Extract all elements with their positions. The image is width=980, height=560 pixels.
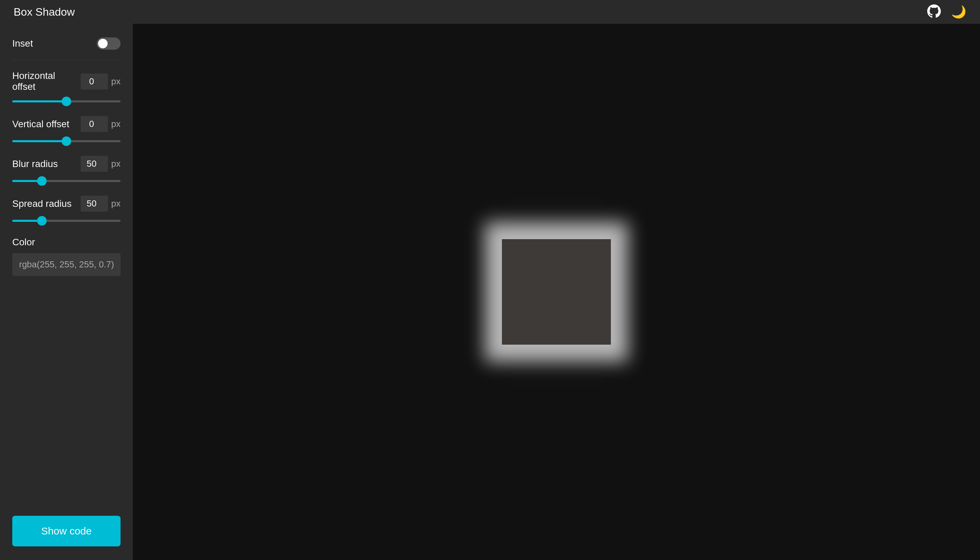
inset-toggle[interactable] xyxy=(97,37,120,50)
blur-radius-input[interactable] xyxy=(81,156,108,172)
header-actions: 🌙 xyxy=(927,4,967,19)
blur-radius-header: Blur radius px xyxy=(12,156,120,172)
blur-radius-group: Blur radius px xyxy=(12,156,120,183)
horizontal-offset-header: Horizontal offset px xyxy=(12,70,120,92)
app-header: Box Shadow 🌙 xyxy=(0,0,980,24)
app-title: Box Shadow xyxy=(13,6,75,18)
vertical-offset-input[interactable] xyxy=(81,116,108,132)
moon-icon[interactable]: 🌙 xyxy=(951,5,967,19)
color-section: Color xyxy=(12,237,120,276)
horizontal-offset-unit: px xyxy=(111,76,120,87)
blur-radius-label: Blur radius xyxy=(12,158,58,170)
inset-control: Inset xyxy=(12,37,120,50)
controls-panel: Inset Horizontal offset px Vertical offs… xyxy=(0,24,133,560)
spread-radius-input[interactable] xyxy=(81,196,108,212)
main-content: Inset Horizontal offset px Vertical offs… xyxy=(0,24,980,560)
spread-radius-slider[interactable] xyxy=(12,220,120,222)
spread-radius-label: Spread radius xyxy=(12,198,72,209)
blur-radius-value-wrapper: px xyxy=(81,156,120,172)
vertical-offset-header: Vertical offset px xyxy=(12,116,120,132)
vertical-offset-unit: px xyxy=(111,119,120,129)
toggle-slider xyxy=(97,37,120,50)
color-input[interactable] xyxy=(12,253,120,276)
horizontal-offset-value-wrapper: px xyxy=(81,73,120,90)
horizontal-offset-slider[interactable] xyxy=(12,100,120,102)
preview-area xyxy=(133,24,980,560)
divider-1 xyxy=(12,60,120,60)
preview-box xyxy=(502,239,611,345)
blur-radius-slider[interactable] xyxy=(12,180,120,182)
vertical-offset-label: Vertical offset xyxy=(12,119,69,130)
inset-label: Inset xyxy=(12,38,33,49)
vertical-offset-slider[interactable] xyxy=(12,140,120,142)
spread-radius-unit: px xyxy=(111,198,120,209)
vertical-offset-group: Vertical offset px xyxy=(12,116,120,143)
spread-radius-header: Spread radius px xyxy=(12,196,120,212)
spread-radius-group: Spread radius px xyxy=(12,196,120,223)
horizontal-offset-group: Horizontal offset px xyxy=(12,70,120,104)
github-icon[interactable] xyxy=(927,4,941,19)
horizontal-offset-label: Horizontal offset xyxy=(12,70,81,92)
show-code-button[interactable]: Show code xyxy=(12,516,120,547)
spread-radius-value-wrapper: px xyxy=(81,196,120,212)
horizontal-offset-input[interactable] xyxy=(81,73,108,90)
color-label: Color xyxy=(12,237,120,248)
vertical-offset-value-wrapper: px xyxy=(81,116,120,132)
blur-radius-unit: px xyxy=(111,158,120,169)
